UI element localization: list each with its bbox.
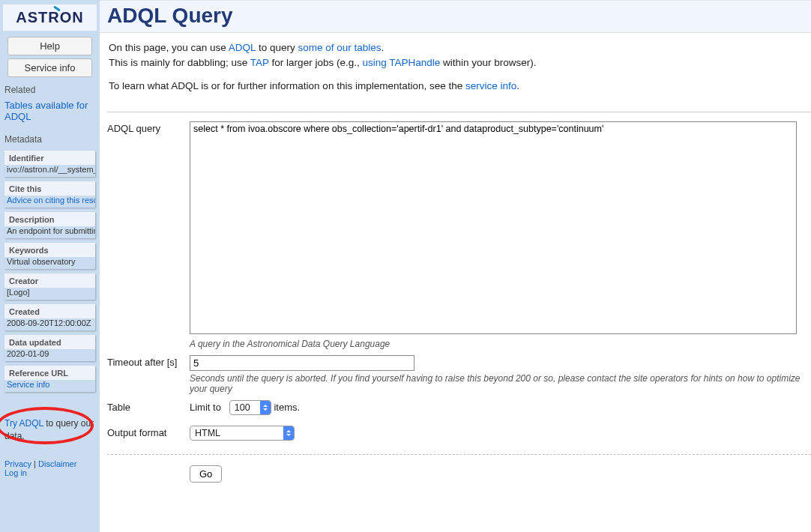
meta-description: Description An endpoint for submitting [4, 212, 95, 238]
tap-link[interactable]: TAP [250, 57, 269, 68]
help-button[interactable]: Help [7, 37, 92, 55]
reference-url-link[interactable]: Service info [7, 380, 49, 389]
adql-query-textarea[interactable]: select * from ivoa.obscore where obs_col… [190, 121, 797, 334]
title-bar: ADQL Query [100, 0, 811, 33]
output-format-select[interactable]: HTML [190, 426, 295, 441]
meta-reference-url: Reference URL Service info [4, 366, 95, 392]
output-format-label: Output format [107, 426, 190, 441]
chevron-updown-icon [283, 426, 294, 440]
footer-links: Privacy | Disclaimer Log in [0, 456, 100, 480]
divider [107, 454, 811, 455]
adql-link[interactable]: ADQL [229, 42, 256, 53]
meta-created: Created 2008-09-20T12:00:00Z [4, 304, 95, 330]
login-link[interactable]: Log in [4, 468, 27, 477]
privacy-link[interactable]: Privacy [4, 459, 31, 468]
intro-text: On this page, you can use ADQL to query … [100, 33, 811, 106]
cite-advice-link[interactable]: Advice on citing this resour [7, 196, 95, 205]
tables-available-link[interactable]: Tables available for ADQL [0, 98, 100, 130]
go-button[interactable]: Go [190, 465, 222, 483]
logo: ASTRON [3, 4, 97, 31]
metadata-heading: Metadata [0, 130, 100, 148]
timeout-label: Timeout after [s] [107, 355, 190, 394]
service-info-button[interactable]: Service info [7, 58, 92, 77]
meta-cite: Cite this Advice on citing this resour [4, 181, 95, 208]
query-form: ADQL query select * from ivoa.obscore wh… [107, 112, 811, 486]
logo-text: ASTRON [16, 9, 83, 26]
try-adql-area: Try ADQL to query our data. [0, 396, 100, 456]
disclaimer-link[interactable]: Disclaimer [38, 459, 76, 468]
table-label: Table [107, 400, 190, 420]
meta-updated: Data updated 2020-01-09 [4, 335, 95, 361]
main-content: ADQL Query On this page, you can use ADQ… [100, 0, 811, 532]
meta-creator: Creator [Logo] [4, 273, 95, 300]
limit-select[interactable]: 100 [229, 400, 271, 415]
adql-query-label: ADQL query [107, 121, 190, 349]
service-info-link[interactable]: service info [465, 80, 516, 91]
sidebar: ASTRON Help Service info Related Tables … [0, 0, 100, 532]
page-title: ADQL Query [107, 4, 804, 28]
some-tables-link[interactable]: some of our tables [298, 42, 381, 53]
meta-identifier: Identifier ivo://astron.nl/__system__/a [4, 151, 95, 177]
meta-keywords: Keywords Virtual observatory [4, 243, 95, 269]
timeout-input[interactable] [190, 355, 414, 371]
try-adql-link[interactable]: Try ADQL [4, 418, 43, 429]
timeout-help: Seconds until the query is aborted. If y… [190, 373, 811, 394]
adql-query-help: A query in the Astronomical Data Query L… [190, 339, 811, 349]
taphandle-link[interactable]: using TAPHandle [362, 57, 440, 68]
chevron-updown-icon [260, 401, 271, 414]
related-heading: Related [0, 80, 100, 98]
